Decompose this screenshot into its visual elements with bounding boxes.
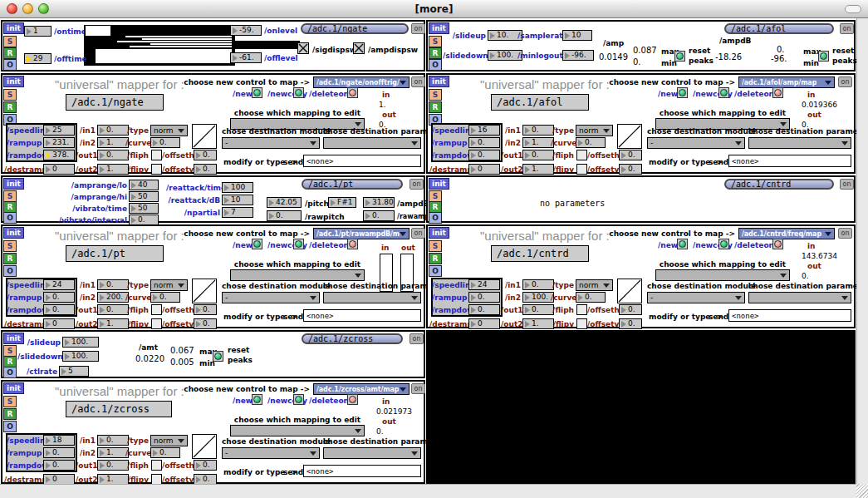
in1-numbox[interactable]: 0. (97, 435, 129, 446)
on-button[interactable]: on (409, 333, 424, 344)
new-toggle[interactable] (252, 87, 262, 98)
recall-button[interactable]: R (3, 47, 17, 59)
offseth-numbox[interactable]: 0. (194, 460, 217, 471)
in1-numbox[interactable]: 0. (522, 279, 554, 290)
rampup-numbox[interactable]: 231. (43, 137, 75, 148)
dest-module-dropdown[interactable]: - (647, 292, 745, 303)
type-dropdown[interactable]: norm (576, 125, 613, 136)
rampup-numbox[interactable]: 0. (468, 292, 500, 303)
init-button[interactable]: init (429, 178, 449, 190)
ngate-title-pill[interactable]: /adc.1/ngate (301, 23, 409, 34)
titlebar[interactable]: [more] (0, 0, 868, 18)
deleteone-toggle[interactable] (772, 87, 783, 98)
vertical-scrollbar[interactable] (856, 18, 868, 484)
in2-numbox[interactable]: 100. (522, 292, 554, 303)
reattack-time-numbox[interactable]: 100 (222, 182, 253, 193)
store-button[interactable]: S (429, 89, 442, 101)
speedlim-numbox[interactable]: 16 (468, 125, 500, 136)
afol-title-pill[interactable]: /adc.1/afol (724, 23, 834, 34)
store-button[interactable]: S (429, 240, 442, 252)
in2-numbox[interactable]: 1. (97, 137, 129, 148)
sendto-field[interactable]: <none> (728, 155, 851, 167)
on-button[interactable]: on (411, 383, 425, 394)
destramp-numbox[interactable]: 0 (43, 164, 75, 175)
rawampdb-numbox[interactable]: 0. (363, 210, 395, 221)
amprange-lo-numbox[interactable]: 40 (129, 180, 159, 190)
on-button[interactable]: on (411, 76, 425, 87)
output-button[interactable]: O (3, 367, 17, 378)
offsetv-numbox[interactable]: 0. (619, 318, 642, 329)
deleteone-toggle[interactable] (772, 239, 783, 249)
fliph-checkbox[interactable] (151, 304, 162, 315)
type-dropdown[interactable]: norm (150, 125, 188, 136)
curve-numbox[interactable]: 0. (150, 447, 180, 458)
init-button[interactable]: init (3, 22, 24, 34)
store-button[interactable]: S (3, 190, 17, 202)
rampdown-numbox[interactable]: 0. (43, 304, 75, 315)
minlogout-numbox[interactable]: -96. (562, 50, 594, 61)
sendto-field[interactable]: <none> (303, 155, 421, 167)
recall-button[interactable]: R (3, 356, 17, 367)
resize-grip[interactable] (856, 484, 868, 498)
speedlim-numbox[interactable]: 18 (43, 435, 75, 446)
deleteone-toggle[interactable] (347, 394, 358, 405)
out1-numbox[interactable]: 0. (522, 304, 554, 315)
mapping-dropdown[interactable] (655, 269, 790, 281)
output-button[interactable]: O (3, 265, 17, 277)
newcopy-toggle[interactable] (293, 87, 304, 98)
offsetv-numbox[interactable]: 0. (194, 318, 217, 329)
speedlim-numbox[interactable]: 24 (468, 279, 500, 290)
recall-button[interactable]: R (429, 47, 442, 59)
destramp-numbox[interactable]: 0 (468, 318, 500, 329)
newcopy-toggle[interactable] (293, 239, 304, 249)
store-button[interactable]: S (429, 36, 442, 47)
destramp-numbox[interactable]: 0 (468, 164, 500, 175)
on-button[interactable]: on (411, 228, 425, 239)
offseth-numbox[interactable]: 0. (619, 150, 642, 160)
store-button[interactable]: S (3, 36, 17, 47)
rawpitch-numbox[interactable]: 0. (267, 210, 302, 221)
out1-numbox[interactable]: 0. (97, 304, 129, 315)
out1-numbox[interactable]: 0. (97, 150, 129, 160)
rampup-numbox[interactable]: 0. (468, 137, 500, 148)
in2-numbox[interactable]: 1. (97, 447, 129, 458)
sendto-field[interactable]: <none> (303, 309, 421, 322)
newcopy-toggle[interactable] (293, 394, 304, 405)
deleteone-toggle[interactable] (347, 87, 358, 98)
in1-numbox[interactable]: 0. (522, 125, 554, 136)
dest-param-dropdown[interactable] (323, 447, 421, 459)
npartial-numbox[interactable]: 7 (222, 207, 253, 218)
amprange-hi-numbox[interactable]: 50 (129, 191, 159, 202)
flipv-checkbox[interactable] (576, 164, 587, 175)
offseth-numbox[interactable]: 0. (194, 304, 217, 315)
store-button[interactable]: S (3, 240, 17, 252)
store-button[interactable]: S (429, 190, 442, 202)
zcross-title-pill[interactable]: /adc.1/zcross (302, 333, 403, 344)
dest-param-dropdown[interactable] (748, 137, 851, 149)
out2-numbox[interactable]: 1. (97, 164, 129, 175)
output-button[interactable]: O (3, 212, 17, 224)
rampdown-numbox[interactable]: 0. (468, 304, 500, 315)
vibrato-time-numbox[interactable]: 50 (129, 203, 159, 214)
output-button[interactable]: O (429, 212, 442, 224)
store-button[interactable]: S (3, 89, 17, 101)
type-dropdown[interactable]: norm (576, 279, 613, 291)
fliph-checkbox[interactable] (576, 150, 587, 160)
dest-module-dropdown[interactable]: - (222, 137, 320, 149)
pt-control-dropdown[interactable]: /adc.1/pt/rawampdB/map (313, 228, 409, 239)
in1-numbox[interactable]: 0. (97, 125, 129, 136)
pitch-note-numbox[interactable]: F#1 (328, 197, 356, 208)
output-button[interactable]: O (429, 59, 442, 71)
horizontal-scrollbar[interactable] (0, 484, 856, 498)
ngate-control-dropdown[interactable]: /adc.1/ngate/onofftrig/... (313, 76, 409, 88)
curve-numbox[interactable]: 0. (150, 292, 180, 303)
flipv-checkbox[interactable] (151, 318, 162, 329)
flipv-checkbox[interactable] (151, 164, 162, 175)
sendto-field[interactable]: <none> (728, 309, 851, 322)
zcross-control-dropdown[interactable]: /adc.1/zcross/amt/map (313, 383, 409, 395)
sendto-field[interactable]: <none> (303, 465, 421, 477)
in2-numbox[interactable]: 200. (97, 292, 129, 303)
sigdispsw-toggle[interactable] (297, 42, 309, 54)
speedlim-numbox[interactable]: 25 (43, 125, 75, 136)
afol-control-dropdown[interactable]: /adc.1/afol/amp/map (738, 76, 835, 88)
